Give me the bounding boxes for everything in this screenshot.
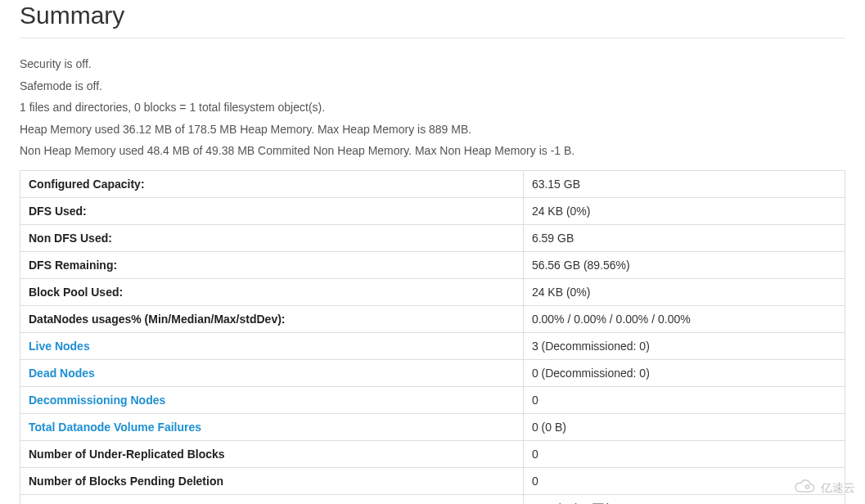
- row-dfs-used-label: DFS Used:: [20, 197, 524, 224]
- row-configured-capacity-value: 63.15 GB: [523, 170, 845, 197]
- table-row: Number of Blocks Pending Deletion 0: [20, 467, 845, 494]
- filesystem-status: 1 files and directories, 0 blocks = 1 to…: [20, 97, 845, 119]
- row-dead-nodes-label: Dead Nodes: [20, 359, 524, 386]
- row-decommissioning-nodes-value: 0: [523, 386, 845, 413]
- row-datanodes-usages-value: 0.00% / 0.00% / 0.00% / 0.00%: [523, 305, 845, 332]
- row-non-dfs-used-value: 6.59 GB: [523, 224, 845, 251]
- row-block-pool-used-value: 24 KB (0%): [523, 278, 845, 305]
- volume-failures-link[interactable]: Total Datanode Volume Failures: [29, 421, 201, 434]
- safemode-status: Safemode is off.: [20, 75, 845, 97]
- watermark: 亿速云: [793, 479, 855, 497]
- heap-memory-status: Heap Memory used 36.12 MB of 178.5 MB He…: [20, 119, 845, 141]
- table-row: Configured Capacity: 63.15 GB: [20, 170, 845, 197]
- row-volume-failures-value: 0 (0 B): [523, 413, 845, 440]
- row-pending-deletion-label: Number of Blocks Pending Deletion: [20, 467, 524, 494]
- table-row: Total Datanode Volume Failures 0 (0 B): [20, 413, 845, 440]
- page-title: Summary: [20, 2, 845, 29]
- row-block-pool-used-label: Block Pool Used:: [20, 278, 524, 305]
- nonheap-memory-status: Non Heap Memory used 48.4 MB of 49.38 MB…: [20, 140, 845, 162]
- row-configured-capacity-label: Configured Capacity:: [20, 170, 524, 197]
- watermark-text: 亿速云: [821, 481, 855, 496]
- security-status: Security is off.: [20, 53, 845, 75]
- row-dfs-remaining-label: DFS Remaining:: [20, 251, 524, 278]
- row-deletion-start-time-label: Block Deletion Start Time: [20, 494, 524, 504]
- table-row: DataNodes usages% (Min/Median/Max/stdDev…: [20, 305, 845, 332]
- page-container: Summary Security is off. Safemode is off…: [0, 2, 865, 504]
- row-under-replicated-label: Number of Under-Replicated Blocks: [20, 440, 524, 467]
- dead-nodes-link[interactable]: Dead Nodes: [29, 367, 95, 380]
- table-row: Non DFS Used: 6.59 GB: [20, 224, 845, 251]
- row-dfs-remaining-value: 56.56 GB (89.56%): [523, 251, 845, 278]
- row-datanodes-usages-label: DataNodes usages% (Min/Median/Max/stdDev…: [20, 305, 524, 332]
- table-row: Block Pool Used: 24 KB (0%): [20, 278, 845, 305]
- table-row: Live Nodes 3 (Decommissioned: 0): [20, 332, 845, 359]
- divider: [20, 38, 845, 38]
- row-live-nodes-value: 3 (Decommissioned: 0): [523, 332, 845, 359]
- row-under-replicated-value: 0: [523, 440, 845, 467]
- row-dfs-used-value: 24 KB (0%): [523, 197, 845, 224]
- summary-table: Configured Capacity: 63.15 GB DFS Used: …: [20, 170, 845, 504]
- row-non-dfs-used-label: Non DFS Used:: [20, 224, 524, 251]
- decommissioning-nodes-link[interactable]: Decommissioning Nodes: [29, 394, 165, 407]
- row-volume-failures-label: Total Datanode Volume Failures: [20, 413, 524, 440]
- table-row: DFS Remaining: 56.56 GB (89.56%): [20, 251, 845, 278]
- table-row: Decommissioning Nodes 0: [20, 386, 845, 413]
- table-row: Number of Under-Replicated Blocks 0: [20, 440, 845, 467]
- table-row: Block Deletion Start Time 2017/12/27 下午1…: [20, 494, 845, 504]
- table-row: Dead Nodes 0 (Decommissioned: 0): [20, 359, 845, 386]
- cloud-icon: [793, 479, 816, 497]
- table-row: DFS Used: 24 KB (0%): [20, 197, 845, 224]
- live-nodes-link[interactable]: Live Nodes: [29, 340, 90, 353]
- row-dead-nodes-value: 0 (Decommissioned: 0): [523, 359, 845, 386]
- svg-point-0: [805, 485, 809, 488]
- row-live-nodes-label: Live Nodes: [20, 332, 524, 359]
- row-decommissioning-nodes-label: Decommissioning Nodes: [20, 386, 524, 413]
